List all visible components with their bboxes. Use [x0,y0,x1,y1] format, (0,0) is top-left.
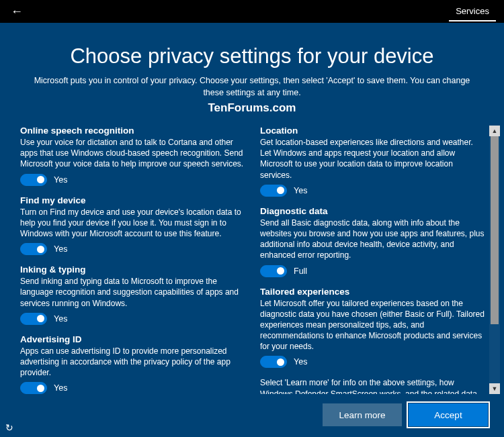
learn-more-button[interactable]: Learn more [323,403,402,426]
setting-desc: Turn on Find my device and use your devi… [20,207,245,240]
services-tab[interactable]: Services [449,2,496,21]
setting-desc: Send all Basic diagnostic data, along wi… [260,217,485,261]
right-column: Location Get location-based experiences … [260,126,485,394]
learn-more-footnote: Select 'Learn more' for info on the abov… [260,377,485,394]
toggle-tailored-experiences[interactable] [260,356,287,368]
setting-title: Inking & typing [20,264,245,275]
setting-desc: Let Microsoft offer you tailored experie… [260,298,485,352]
toggle-label: Yes [54,175,67,185]
setting-desc: Apps can use advertising ID to provide m… [20,346,245,379]
toggle-label: Full [294,266,307,276]
setting-title: Find my device [20,195,245,205]
setting-tailored-experiences: Tailored experiences Let Microsoft offer… [260,287,485,369]
title-bar: ← Services [0,0,504,23]
setting-inking-typing: Inking & typing Send inking and typing d… [20,264,245,325]
toggle-location[interactable] [260,185,287,197]
accept-button[interactable]: Accept [409,403,488,426]
toggle-label: Yes [294,357,307,367]
toggle-inking-typing[interactable] [20,313,47,325]
toggle-find-my-device[interactable] [20,243,47,255]
setting-title: Advertising ID [20,334,245,344]
watermark: TenForums.com [20,101,484,115]
page-subtitle: Microsoft puts you in control of your pr… [24,75,480,99]
setting-diagnostic-data: Diagnostic data Send all Basic diagnosti… [260,206,485,277]
setting-desc: Get location-based experiences like dire… [260,137,485,181]
setting-title: Online speech recognition [20,126,245,136]
toggle-label: Yes [54,314,67,324]
left-column: Online speech recognition Use your voice… [20,126,245,394]
setting-title: Location [260,126,485,136]
footer: Learn more Accept [0,394,504,437]
setting-desc: Send inking and typing data to Microsoft… [20,276,245,309]
setting-advertising-id: Advertising ID Apps can use advertising … [20,334,245,394]
setting-title: Tailored experiences [260,287,485,297]
header: Choose privacy settings for your device … [0,23,504,120]
toggle-diagnostic-data[interactable] [260,265,287,277]
setting-title: Diagnostic data [260,206,485,216]
scrollbar[interactable]: ▲ ▼ [489,126,500,394]
scroll-thumb[interactable] [491,136,499,324]
accessibility-icon[interactable]: ↻ [5,422,13,433]
setting-find-my-device: Find my device Turn on Find my device an… [20,195,245,256]
setting-desc: Use your voice for dictation and to talk… [20,137,245,170]
back-arrow-icon[interactable]: ← [8,2,26,21]
toggle-label: Yes [54,383,67,393]
toggle-label: Yes [54,244,67,254]
privacy-settings-panel: Choose privacy settings for your device … [0,23,504,437]
toggle-online-speech[interactable] [20,174,47,186]
setting-online-speech: Online speech recognition Use your voice… [20,126,245,186]
page-title: Choose privacy settings for your device [20,44,484,68]
setting-location: Location Get location-based experiences … [260,126,485,197]
scroll-down-icon[interactable]: ▼ [489,383,500,394]
toggle-label: Yes [294,186,307,195]
toggle-advertising-id[interactable] [20,382,47,394]
scroll-up-icon[interactable]: ▲ [489,126,500,136]
